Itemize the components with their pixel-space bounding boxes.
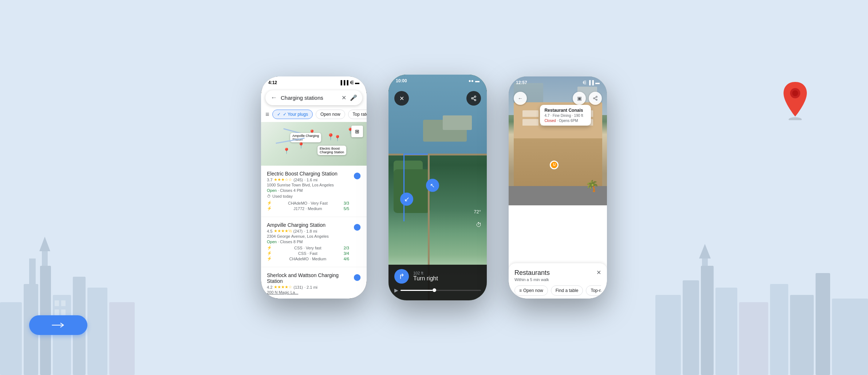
sv-share-button[interactable]	[589, 92, 602, 105]
clock-icon-1: ⏱	[267, 194, 271, 198]
filter-open-now[interactable]: Open now	[316, 110, 345, 119]
svg-rect-18	[832, 299, 868, 375]
charger-type-2a: CSS · Very fast	[294, 246, 321, 250]
svg-point-27	[474, 99, 476, 101]
tooltip-distance: 190 ft	[574, 114, 583, 118]
sv-filter-chips: ≡ Open now Find a table Top-rated More	[514, 285, 601, 296]
nav-instruction: ↱ 102 ft Turn right	[394, 269, 481, 284]
filter-top-rated[interactable]: Top rated	[348, 110, 367, 119]
results-list: Electric Boost Charging Station 3.7 ★★★☆…	[261, 166, 367, 299]
sv-close-button[interactable]: ✕	[596, 269, 601, 276]
tooltip-place-name: Restaurant Conais	[544, 108, 587, 113]
phone-street-view: 12:57 ∈ ▐▐ ▬	[509, 76, 607, 299]
svg-rect-21	[55, 300, 59, 306]
window-5	[522, 119, 538, 126]
svg-rect-22	[61, 300, 66, 306]
result-used-today: ⏱ Used today	[267, 194, 349, 198]
route-line-v	[403, 154, 405, 221]
sv-chip-top-rated[interactable]: Top-rated	[586, 285, 601, 296]
svg-rect-7	[109, 302, 135, 375]
bolt-icon-2c: ⚡	[267, 256, 272, 261]
nav-top-bar: ✕	[388, 75, 487, 109]
map-area[interactable]: 📍 📍 📍 📍 📍 📍 Ampville ChargingStation Ele…	[261, 122, 367, 166]
turn-icon: ↱	[394, 269, 409, 284]
checkmark-icon: ✓	[277, 112, 281, 117]
map-layers-button[interactable]: ⊞	[351, 126, 363, 137]
review-count-2: (247)	[293, 229, 303, 233]
tooltip-place-details: 4.7 · Fine Dining · 190 ft	[544, 114, 587, 118]
svg-rect-19	[702, 258, 708, 266]
svg-rect-3	[29, 258, 36, 284]
filter-your-plugs[interactable]: ✓ ✓ Your plugs	[272, 110, 313, 119]
svg-point-30	[596, 96, 597, 98]
nav-close-button[interactable]: ✕	[394, 91, 409, 106]
sv-doc-button[interactable]: ▣	[573, 92, 586, 105]
stars-1: ★★★☆☆	[274, 177, 292, 182]
charger-row-2b: ⚡ CSS · Fast 3/4	[267, 251, 349, 256]
svg-point-26	[472, 98, 473, 99]
svg-rect-11	[683, 280, 699, 375]
back-arrow-icon[interactable]: ←	[271, 94, 277, 102]
stars-2: ★★★★½	[274, 229, 292, 233]
distance-2: · 1.8 mi	[304, 229, 317, 233]
charger-row-2a: ⚡ CSS · Very fast 2/3	[267, 245, 349, 250]
svg-rect-24	[61, 309, 66, 315]
charger-avail-2b: 3/4	[344, 251, 349, 256]
sv-top-bar: ← ▣	[509, 76, 607, 108]
progress-fill	[401, 290, 433, 291]
navigation-icon-2[interactable]: ⬤	[354, 223, 361, 230]
sv-place-title: Restaurants	[514, 269, 601, 277]
result-item-sherlock[interactable]: Sherlock and Wattson Charging Station 4.…	[261, 267, 367, 299]
svg-rect-6	[87, 288, 107, 375]
aerial-green-2	[394, 169, 430, 213]
svg-rect-0	[0, 302, 22, 375]
result-address-2: 2304 George Avenue, Los Angeles	[267, 234, 349, 238]
result-name-2: Ampville Charging Station	[267, 222, 349, 228]
charger-avail-1b: 5/5	[344, 206, 349, 211]
chip-label-find-table: Find a table	[556, 288, 579, 293]
nav-progress-bar: ▶	[394, 287, 481, 293]
map-label-electric: Electric BoostCharging Station	[317, 146, 346, 155]
svg-point-32	[596, 99, 597, 100]
status-time-1: 4:12	[268, 80, 277, 85]
tooltip-closed: Closed	[544, 119, 556, 123]
map-pin-4: 📍	[334, 135, 341, 142]
rating-value-2: 4.5	[267, 229, 272, 233]
search-bar[interactable]: ← Charging stations ✕ 🎤	[265, 90, 362, 105]
review-count-1: (245)	[293, 178, 303, 182]
svg-point-31	[593, 98, 595, 99]
nav-share-button[interactable]	[466, 91, 481, 106]
blue-arrow-button[interactable]	[29, 315, 87, 335]
distance-1: · 1.6 mi	[304, 178, 317, 182]
charger-type-1b: J1772 · Medium	[293, 206, 322, 211]
sv-place-subtitle: Within a 5 min walk	[514, 277, 601, 282]
navigation-icon-1[interactable]: ⬤	[354, 171, 361, 179]
mic-icon[interactable]: 🎤	[350, 94, 357, 101]
bolt-icon-2a: ⚡	[267, 245, 272, 250]
phones-container: 4:12 ▐▐▐ ∈ ▬ ← Charging stations ✕ 🎤	[261, 75, 607, 300]
palm-tree: 🌴	[585, 179, 599, 192]
sv-chip-find-table[interactable]: Find a table	[551, 285, 583, 296]
sv-back-button[interactable]: ←	[514, 92, 527, 105]
nav-distance: 102 ft	[413, 271, 438, 275]
filter-icon-chip: ≡	[519, 288, 522, 293]
charger-avail-2a: 2/3	[344, 246, 349, 250]
result-item-electric-boost[interactable]: Electric Boost Charging Station 3.7 ★★★☆…	[261, 166, 367, 217]
svg-rect-15	[770, 284, 788, 375]
svg-line-28	[473, 99, 475, 100]
stars-3: ★★★★☆	[274, 285, 292, 289]
aerial-structure	[443, 115, 472, 130]
filter-icon[interactable]: ≡	[265, 111, 269, 118]
sv-bottom-panel: ✕ Restaurants Within a 5 min walk ≡ Open…	[509, 263, 607, 299]
tooltip-type: Fine Dining	[553, 114, 571, 118]
clear-icon[interactable]: ✕	[342, 94, 346, 101]
play-icon[interactable]: ▶	[394, 287, 398, 293]
result-item-ampville[interactable]: Ampville Charging Station 4.5 ★★★★½ (247…	[261, 217, 367, 267]
navigation-icon-3[interactable]: ⬤	[354, 273, 361, 280]
sv-chip-open-now[interactable]: ≡ Open now	[514, 285, 548, 296]
nav-marker-1: ↙	[400, 193, 413, 206]
svg-rect-12	[701, 266, 714, 375]
distance-3: · 2.1 mi	[304, 285, 317, 289]
route-line-h	[403, 154, 428, 155]
svg-rect-13	[715, 288, 737, 375]
